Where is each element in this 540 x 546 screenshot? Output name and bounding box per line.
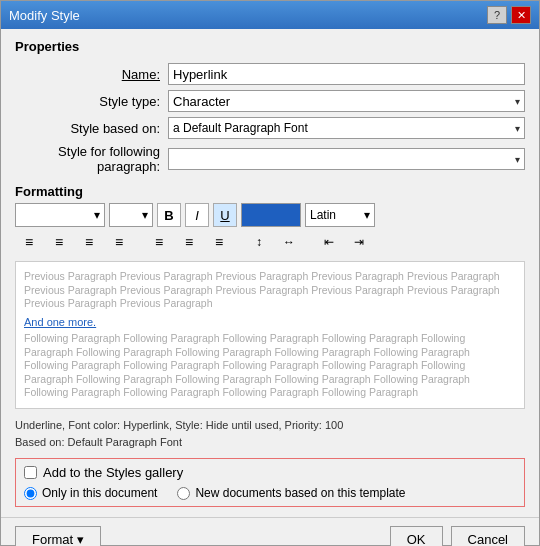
radio-this-doc: Only in this document xyxy=(24,486,157,500)
preview-box: Previous Paragraph Previous Paragraph Pr… xyxy=(15,261,525,409)
font-color-swatch[interactable] xyxy=(241,203,301,227)
preview-previous-text: Previous Paragraph Previous Paragraph Pr… xyxy=(24,270,516,311)
line-spacing-up-btn[interactable]: ↕ xyxy=(245,231,273,253)
radio-row: Only in this document New documents base… xyxy=(24,486,516,500)
radio-this-doc-label: Only in this document xyxy=(42,486,157,500)
align-left-btn[interactable]: ≡ xyxy=(15,231,43,253)
language-value: Latin xyxy=(310,208,336,222)
format-button[interactable]: Format ▾ xyxy=(15,526,101,546)
format-row-1: ▾ ▾ B I U Latin ▾ xyxy=(15,203,525,227)
style-following-row: Style for following paragraph: ▾ xyxy=(15,144,525,174)
align-left2-btn[interactable]: ≡ xyxy=(145,231,173,253)
bold-button[interactable]: B xyxy=(157,203,181,227)
style-following-arrow: ▾ xyxy=(515,154,520,165)
line-spacing-down-btn[interactable]: ↔ xyxy=(275,231,303,253)
font-size-select[interactable]: ▾ xyxy=(109,203,153,227)
language-arrow: ▾ xyxy=(364,208,370,222)
title-controls: ? ✕ xyxy=(487,6,531,24)
properties-section: Properties Name: Style type: Character ▾… xyxy=(15,39,525,174)
dialog-title: Modify Style xyxy=(9,8,80,23)
status-description: Underline, Font color: Hyperlink, Style:… xyxy=(15,417,525,450)
radio-new-docs-label: New documents based on this template xyxy=(195,486,405,500)
name-row: Name: xyxy=(15,63,525,85)
align-right-btn[interactable]: ≡ xyxy=(75,231,103,253)
help-button[interactable]: ? xyxy=(487,6,507,24)
preview-following-text: Following Paragraph Following Paragraph … xyxy=(24,332,516,400)
style-based-select[interactable]: a Default Paragraph Font ▾ xyxy=(168,117,525,139)
align-center2-btn[interactable]: ≡ xyxy=(175,231,203,253)
properties-header: Properties xyxy=(15,39,525,54)
style-based-value: a Default Paragraph Font xyxy=(173,121,308,135)
formatting-header: Formatting xyxy=(15,184,525,199)
modify-style-dialog: Modify Style ? ✕ Properties Name: Style … xyxy=(0,0,540,546)
style-based-label: Style based on: xyxy=(15,121,160,136)
name-label: Name: xyxy=(15,67,160,82)
gallery-label: Add to the Styles gallery xyxy=(43,465,183,480)
style-type-select[interactable]: Character ▾ xyxy=(168,90,525,112)
ok-button[interactable]: OK xyxy=(390,526,443,546)
indent-increase-btn[interactable]: ⇥ xyxy=(345,231,373,253)
format-row-2: ≡ ≡ ≡ ≡ ≡ ≡ ≡ ↕ ↔ ⇤ ⇥ xyxy=(15,231,525,253)
dialog-footer: Format ▾ OK Cancel xyxy=(1,517,539,546)
italic-button[interactable]: I xyxy=(185,203,209,227)
style-following-select[interactable]: ▾ xyxy=(168,148,525,170)
radio-new-docs: New documents based on this template xyxy=(177,486,405,500)
style-based-arrow: ▾ xyxy=(515,123,520,134)
indent-decrease-btn[interactable]: ⇤ xyxy=(315,231,343,253)
status-line1: Underline, Font color: Hyperlink, Style:… xyxy=(15,419,343,431)
style-type-row: Style type: Character ▾ xyxy=(15,90,525,112)
status-line2: Based on: Default Paragraph Font xyxy=(15,436,182,448)
underline-button[interactable]: U xyxy=(213,203,237,227)
align-right2-btn[interactable]: ≡ xyxy=(205,231,233,253)
cancel-button[interactable]: Cancel xyxy=(451,526,525,546)
style-following-label: Style for following paragraph: xyxy=(15,144,160,174)
gallery-checkbox[interactable] xyxy=(24,466,37,479)
close-button[interactable]: ✕ xyxy=(511,6,531,24)
font-name-select[interactable]: ▾ xyxy=(15,203,105,227)
radio-this-doc-input[interactable] xyxy=(24,487,37,500)
style-based-row: Style based on: a Default Paragraph Font… xyxy=(15,117,525,139)
bottom-options: Add to the Styles gallery Only in this d… xyxy=(15,458,525,507)
font-size-arrow: ▾ xyxy=(142,208,148,222)
align-justify-btn[interactable]: ≡ xyxy=(105,231,133,253)
style-type-value: Character xyxy=(173,94,230,109)
style-type-arrow: ▾ xyxy=(515,96,520,107)
name-input[interactable] xyxy=(168,63,525,85)
formatting-section: Formatting ▾ ▾ B I U Latin ▾ xyxy=(15,184,525,257)
font-name-arrow: ▾ xyxy=(94,208,100,222)
title-bar: Modify Style ? ✕ xyxy=(1,1,539,29)
footer-right: OK Cancel xyxy=(390,526,525,546)
language-select[interactable]: Latin ▾ xyxy=(305,203,375,227)
gallery-checkbox-row: Add to the Styles gallery xyxy=(24,465,516,480)
preview-link-text: And one more. xyxy=(24,316,96,328)
align-center-btn[interactable]: ≡ xyxy=(45,231,73,253)
radio-new-docs-input[interactable] xyxy=(177,487,190,500)
dialog-body: Properties Name: Style type: Character ▾… xyxy=(1,29,539,517)
style-type-label: Style type: xyxy=(15,94,160,109)
